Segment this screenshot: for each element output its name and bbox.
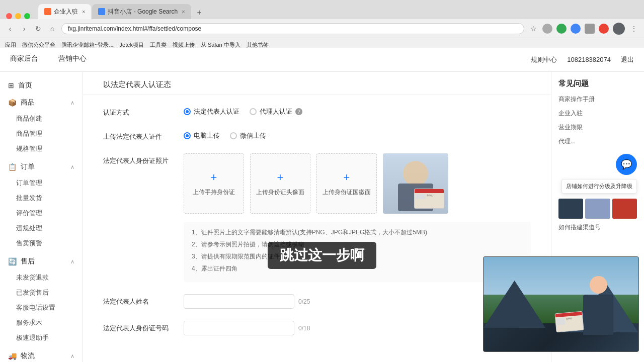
sidebar-service-request[interactable]: 服务求木: [0, 315, 83, 330]
radio-wechat-circle: [230, 132, 237, 139]
sidebar-orders-header[interactable]: 📋 订单 ∧: [0, 158, 83, 175]
nav-merchant-backend[interactable]: 商家后台: [10, 54, 38, 65]
tab-close-google[interactable]: ×: [182, 9, 185, 15]
sidebar-order-manage[interactable]: 订单管理: [0, 175, 83, 191]
sidebar-logistics-header[interactable]: 🚚 物流 ∧: [0, 347, 83, 362]
refresh-button[interactable]: ↻: [33, 24, 43, 34]
sidebar-batch-ship[interactable]: 批量发货: [0, 191, 83, 206]
sidebar-sales-warning[interactable]: 售卖预警: [0, 236, 83, 251]
extension-icon-camera[interactable]: [542, 24, 552, 34]
upload-box-hold-id[interactable]: + 上传手持身份证: [184, 153, 244, 214]
id-number-input-wrapper: 0/18: [184, 321, 531, 335]
aftersales-icon: 🔄: [8, 257, 17, 265]
faq-item-1[interactable]: 企业入驻: [558, 109, 637, 118]
sidebar-product-manage[interactable]: 商品管理: [0, 126, 83, 141]
name-input-wrapper: 0/25: [184, 294, 531, 309]
faq-title: 常见问题: [558, 79, 637, 88]
chevron-down-aftersales: ∧: [70, 258, 74, 265]
id-number-input[interactable]: [184, 321, 294, 335]
new-tab-button[interactable]: +: [193, 6, 206, 19]
chat-float-button[interactable]: 💬: [616, 154, 637, 175]
radio-agent-circle: [250, 108, 257, 115]
maximize-traffic-light[interactable]: [24, 13, 30, 19]
sidebar-cs-phone[interactable]: 客服电话设置: [0, 300, 83, 315]
home-icon: ⊞: [8, 81, 14, 89]
sidebar-logistics-label: 物流: [21, 351, 35, 360]
question-icon-agent[interactable]: ?: [295, 108, 302, 115]
upload-method-radio-group: 电脑上传 微信上传: [184, 129, 531, 140]
star-button[interactable]: ☆: [528, 24, 538, 34]
sidebar-spec-manage[interactable]: 规格管理: [0, 141, 83, 156]
extension-icon-gray[interactable]: [585, 24, 595, 34]
forward-button[interactable]: ›: [19, 24, 29, 34]
name-input[interactable]: [184, 294, 294, 309]
radio-agent[interactable]: 代理人认证 ?: [250, 107, 302, 116]
tab-title-google: 抖音小店 - Google Search: [108, 8, 178, 16]
subtitle-overlay: 跳过这一步啊: [268, 242, 376, 269]
video-id-card: 身份证: [554, 311, 584, 333]
form-row-id-number: 法定代表人身份证号码 0/18: [103, 321, 531, 335]
radio-wechat-label: 微信上传: [240, 131, 266, 140]
tab-enterprise[interactable]: 企业入驻 ×: [38, 4, 91, 19]
sidebar-unshipped-refund[interactable]: 未发货退款: [0, 270, 83, 285]
menu-button[interactable]: ⋮: [629, 24, 639, 34]
minimize-traffic-light[interactable]: [15, 13, 21, 19]
sidebar-home-label: 首页: [18, 81, 32, 90]
id-number-label: 法定代表人身份证号码: [103, 321, 184, 333]
app-header: 商家后台 营销中心 规则中心 108218382074 退出: [0, 48, 644, 72]
radio-agent-label: 代理人认证: [260, 107, 292, 116]
nav-marketing-center[interactable]: 营销中心: [58, 54, 87, 65]
extension-icon-blue[interactable]: [571, 24, 581, 34]
tip-1: 1、证件照片上的文字需要能够清晰辨认(支持PNG、JPG和JPEG格式，大小不超…: [192, 228, 523, 237]
sidebar-group-logistics: 🚚 物流 ∧ 运费模板 地址库管理: [0, 347, 83, 362]
sidebar-fast-refund[interactable]: 极速退助手: [0, 330, 83, 345]
sidebar-product-create[interactable]: 商品创建: [0, 111, 83, 126]
sidebar-group-aftersales: 🔄 售后 ∧ 未发货退款 已发货售后 客服电话设置 服务求木 极速退助手: [0, 253, 83, 345]
sidebar-item-home[interactable]: ⊞ 首页: [0, 77, 83, 94]
tab-google[interactable]: 抖音小店 - Google Search ×: [92, 4, 191, 19]
upload-method-label: 上传法定代表人证件: [103, 129, 184, 141]
id-number-counter: 0/18: [298, 325, 310, 332]
close-traffic-light[interactable]: [6, 13, 12, 19]
header-right: 规则中心 108218382074 退出: [531, 55, 634, 64]
video-person: [578, 276, 618, 351]
sidebar-violation-handle[interactable]: 违规处理: [0, 221, 83, 236]
logout-link[interactable]: 退出: [621, 55, 634, 64]
sidebar-shipped-aftersales[interactable]: 已发货售后: [0, 285, 83, 300]
profile-icon[interactable]: [613, 23, 625, 35]
extension-icon-red[interactable]: [599, 24, 609, 34]
tab-close-enterprise[interactable]: ×: [82, 9, 85, 15]
address-bar[interactable]: fxg.jinritemai.com/index.html#/ffa/settl…: [61, 23, 524, 34]
radio-legal-rep-circle: [184, 108, 191, 115]
tab-icon-google: [98, 8, 105, 15]
home-button[interactable]: ⌂: [47, 24, 57, 34]
radio-legal-rep[interactable]: 法定代表人认证: [184, 107, 239, 116]
sidebar-aftersales-header[interactable]: 🔄 售后 ∧: [0, 253, 83, 270]
tab-icon: [44, 8, 51, 15]
rules-center-link[interactable]: 规则中心: [531, 55, 557, 64]
upload-label-back-id: 上传身份证国徽面: [323, 188, 371, 197]
upload-plus-icon-3: +: [344, 171, 350, 184]
cert-method-content: 法定代表人认证 代理人认证 ?: [184, 105, 531, 116]
faq-item-4[interactable]: 店铺如何进行分级及升降级: [561, 179, 637, 194]
upload-box-back-id[interactable]: + 上传身份证国徽面: [316, 153, 377, 214]
sidebar-orders-label: 订单: [21, 162, 35, 171]
radio-wechat-upload[interactable]: 微信上传: [230, 131, 266, 140]
cert-method-label: 认证方式: [103, 105, 184, 117]
faq-thumb-2: [585, 199, 610, 219]
sidebar-products-header[interactable]: 📦 商品 ∧: [0, 94, 83, 111]
form-section: 认证方式 法定代表人认证 代理人认证 ?: [83, 95, 551, 357]
back-button[interactable]: ‹: [5, 24, 15, 34]
form-row-name: 法定代表人姓名 0/25: [103, 294, 531, 309]
faq-item-6[interactable]: 如何搭建渠道号: [558, 223, 637, 232]
url-text: fxg.jinritemai.com/index.html#/ffa/settl…: [68, 25, 201, 32]
faq-item-2[interactable]: 营业期限: [558, 123, 637, 132]
upload-label-hold-id: 上传手持身份证: [193, 188, 235, 197]
faq-item-3[interactable]: 代理...: [558, 137, 637, 146]
faq-item-0[interactable]: 商家操作手册: [558, 95, 637, 104]
upload-box-front-id[interactable]: + 上传身份证头像面: [250, 153, 310, 214]
sidebar-review-manage[interactable]: 评价管理: [0, 206, 83, 221]
extension-icon-green[interactable]: [556, 24, 567, 34]
radio-pc-upload[interactable]: 电脑上传: [184, 131, 220, 140]
form-row-upload-method: 上传法定代表人证件 电脑上传 微信上传: [103, 129, 531, 141]
